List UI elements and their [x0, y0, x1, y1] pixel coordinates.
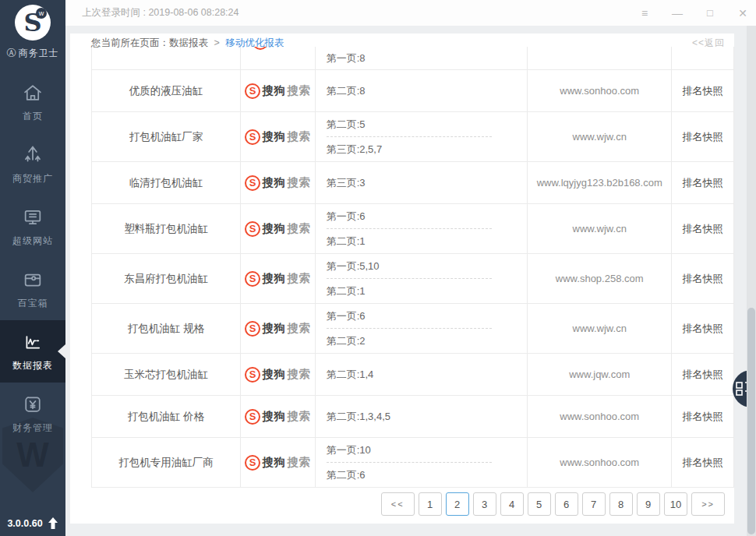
rank-snapshot-link[interactable]: 排名快照	[672, 254, 733, 303]
promotion-icon	[21, 143, 44, 167]
keyword-cell	[92, 47, 241, 69]
pagination-next-button[interactable]: >>	[691, 492, 725, 516]
sidebar-item-toolbox[interactable]: 百宝箱	[0, 258, 65, 320]
app-logo: S w Ⓐ商务卫士	[0, 0, 65, 60]
table-row: 第一页:8	[92, 47, 733, 70]
rank-cell: 第二页:5第三页:2,5,7	[316, 112, 528, 161]
site-url-cell: www.jqw.com	[528, 354, 672, 395]
sogou-logo-icon: S	[245, 221, 260, 237]
site-url-cell: www.sonhoo.com	[528, 70, 672, 111]
rank-snapshot-link[interactable]: 排名快照	[672, 204, 733, 253]
search-engine-cell	[241, 47, 316, 69]
sogou-logo-icon: S	[245, 129, 260, 145]
sogou-logo-icon: S	[245, 321, 260, 337]
rank-line: 第一页:5,10	[327, 259, 380, 279]
app-window: S w Ⓐ商务卫士 首页商贸推广超级网站百宝箱数据报表财务管理 W 3.0.0.…	[0, 0, 756, 536]
pagination-page-3[interactable]: 3	[473, 492, 496, 516]
pagination-page-10[interactable]: 10	[664, 492, 687, 516]
minimize-icon[interactable]: —	[670, 6, 684, 20]
version-row: 3.0.0.60	[0, 517, 65, 530]
rank-snapshot-link[interactable]: 排名快照	[672, 112, 733, 161]
search-engine-cell: S搜狗搜索	[241, 438, 316, 487]
sidebar-item-report[interactable]: 数据报表	[0, 320, 65, 383]
engine-name: 搜狗	[262, 271, 285, 286]
search-engine-cell: S搜狗搜索	[241, 112, 316, 161]
app-logo-icon: S w	[15, 5, 51, 41]
rank-cell: 第一页:6第二页:1	[316, 204, 528, 253]
engine-name-suffix: 搜索	[287, 321, 310, 336]
pagination-page-8[interactable]: 8	[609, 492, 633, 516]
menu-icon[interactable]: ≡	[638, 6, 652, 20]
engine-name: 搜狗	[262, 455, 285, 470]
table-row: 玉米芯打包机油缸S搜狗搜索第二页:1,4www.jqw.com排名快照	[92, 354, 733, 396]
sidebar-item-label: 超级网站	[12, 235, 53, 248]
sidebar-item-website[interactable]: 超级网站	[0, 196, 65, 258]
table-row: 打包机油缸厂家S搜狗搜索第二页:5第三页:2,5,7www.wjw.cn排名快照	[92, 112, 733, 162]
rank-cell: 第一页:10第二页:6	[316, 438, 528, 487]
engine-name-suffix: 搜索	[287, 83, 310, 98]
engine-name-suffix: 搜索	[287, 175, 310, 190]
keyword-cell: 打包机油缸厂家	[92, 112, 241, 161]
ranking-table: 第一页:8优质的液压油缸S搜狗搜索第二页:8www.sonhoo.com排名快照…	[91, 47, 734, 488]
engine-name-suffix: 搜索	[287, 271, 310, 286]
pagination-page-2[interactable]: 2	[446, 492, 469, 516]
rank-snapshot-link[interactable]: 排名快照	[672, 438, 733, 487]
rank-snapshot-link	[672, 47, 733, 69]
sidebar-nav: 首页商贸推广超级网站百宝箱数据报表财务管理	[0, 71, 65, 445]
rank-snapshot-link[interactable]: 排名快照	[672, 396, 733, 437]
keyword-cell: 玉米芯打包机油缸	[92, 354, 241, 395]
rank-cell: 第二页:1,3,4,5	[316, 396, 528, 437]
engine-name: 搜狗	[262, 409, 285, 424]
report-icon	[21, 330, 44, 354]
pagination-page-6[interactable]: 6	[555, 492, 578, 516]
search-engine-cell: S搜狗搜索	[241, 162, 316, 203]
rank-cell: 第二页:8	[316, 70, 528, 111]
sidebar-item-promotion[interactable]: 商贸推广	[0, 133, 65, 196]
site-url-cell: www.wjw.cn	[528, 204, 672, 253]
site-url-cell: www.shop.258.com	[528, 254, 672, 303]
pagination-prev-button[interactable]: <<	[381, 492, 415, 516]
watermark-shield: W	[2, 418, 63, 492]
rank-line: 第一页:8	[327, 51, 366, 65]
pagination-page-9[interactable]: 9	[637, 492, 660, 516]
keyword-cell: 打包机专用油缸厂商	[92, 438, 241, 487]
pagination-page-7[interactable]: 7	[582, 492, 606, 516]
engine-name-suffix: 搜索	[287, 455, 310, 470]
rank-snapshot-link[interactable]: 排名快照	[672, 304, 733, 353]
rank-line: 第一页:10	[327, 443, 371, 463]
rank-line: 第二页:1	[327, 284, 366, 298]
search-engine-cell: S搜狗搜索	[241, 396, 316, 437]
pagination-page-5[interactable]: 5	[528, 492, 551, 516]
sidebar-item-label: 数据报表	[12, 359, 53, 372]
keyword-cell: 东昌府打包机油缸	[92, 254, 241, 303]
rank-cell: 第二页:1,4	[316, 354, 528, 395]
keyword-cell: 塑料瓶打包机油缸	[92, 204, 241, 253]
close-icon[interactable]: ✕	[736, 6, 750, 20]
last-login-time: 上次登录时间 : 2019-08-06 08:28:24	[82, 6, 239, 19]
sidebar-item-home[interactable]: 首页	[0, 71, 65, 133]
titlebar: 上次登录时间 : 2019-08-06 08:28:24 ≡ — □ ✕	[65, 0, 756, 26]
vertical-scrollbar[interactable]	[747, 26, 756, 536]
rank-cell: 第一页:8	[316, 47, 528, 69]
update-arrow-icon[interactable]	[48, 517, 58, 530]
pagination-page-4[interactable]: 4	[500, 492, 524, 516]
rank-line: 第二页:8	[327, 83, 366, 98]
brand-prefix-icon: Ⓐ	[7, 48, 17, 58]
brand-name: Ⓐ商务卫士	[0, 47, 65, 60]
sogou-logo-icon: S	[245, 455, 260, 471]
engine-name: 搜狗	[262, 321, 285, 336]
breadcrumb: 您当前所在页面：数据报表 > 移动优化报表 <<返回	[70, 34, 734, 47]
rank-snapshot-link[interactable]: 排名快照	[672, 162, 733, 203]
back-link[interactable]: <<返回	[692, 37, 725, 50]
rank-snapshot-link[interactable]: 排名快照	[672, 354, 733, 395]
engine-name: 搜狗	[262, 175, 285, 190]
site-url-cell: www.sonhoo.com	[528, 396, 672, 437]
pagination-page-1[interactable]: 1	[419, 492, 442, 516]
maximize-icon[interactable]: □	[703, 6, 717, 20]
logo-badge: w	[36, 8, 47, 19]
rank-cell: 第三页:3	[316, 162, 528, 203]
scrollbar-thumb[interactable]	[747, 308, 755, 534]
rank-snapshot-link[interactable]: 排名快照	[672, 70, 733, 111]
sidebar-item-label: 百宝箱	[18, 297, 48, 310]
site-url-cell: www.sonhoo.com	[528, 438, 672, 487]
